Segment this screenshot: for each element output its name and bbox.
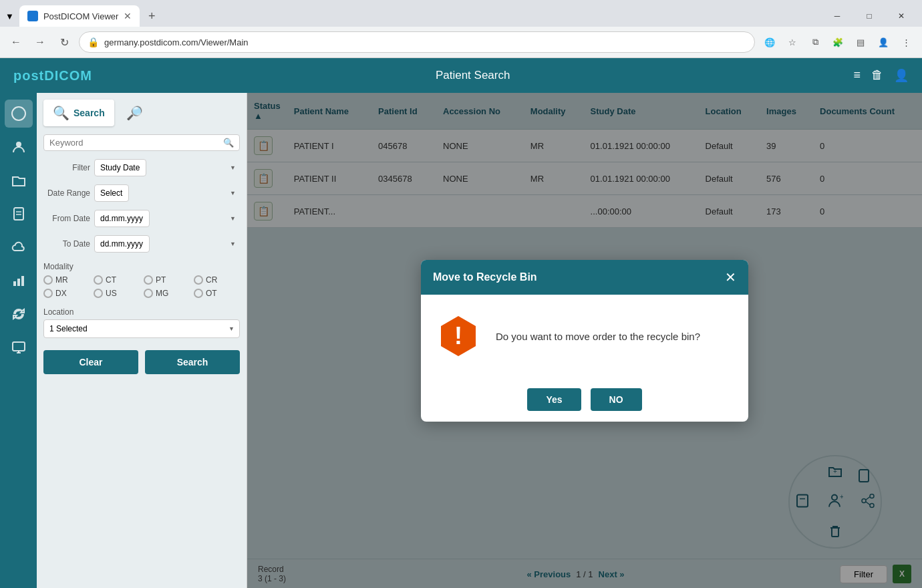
sidebar-icon-patients[interactable] [5,133,33,161]
search-panel-header: 🔍 Search 🔎 [43,100,240,126]
keyword-search-icon[interactable]: 🔍 [223,138,234,148]
browser-tab-active[interactable]: PostDICOM Viewer ✕ [19,5,140,27]
sidebar-icon-folder[interactable] [5,166,33,194]
modality-cr-label: CR [206,275,217,285]
modality-us-label: US [106,289,117,298]
sidebar-icons [0,93,37,588]
nav-actions: 🌐 ☆ ⧉ 🧩 ▤ 👤 ⋮ [760,33,915,51]
modal-no-btn[interactable]: NO [591,388,642,411]
logo-post: DICOM [44,68,92,83]
modality-pt[interactable]: PT [144,275,190,285]
minimize-btn[interactable]: ─ [822,7,853,25]
svg-rect-5 [13,281,16,286]
location-section: Location 1 Selected [43,307,240,338]
search-tab-alt-icon: 🔎 [126,105,143,121]
modality-dx[interactable]: DX [43,289,90,298]
app-logo: postDICOM [13,68,92,84]
address-bar[interactable]: 🔒 germany.postdicom.com/Viewer/Main [79,31,755,53]
tab-dropdown[interactable]: ▼ [5,11,14,21]
modality-ct[interactable]: CT [94,275,140,285]
extensions-btn[interactable]: 🧩 [828,33,847,51]
list-icon[interactable]: ≡ [853,68,861,83]
modality-ot-radio[interactable] [194,289,203,298]
modality-mg[interactable]: MG [144,289,190,298]
recycle-icon[interactable]: 🗑 [871,68,883,83]
modality-title: Modality [43,262,240,271]
modality-ot[interactable]: OT [194,289,240,298]
back-btn[interactable]: ← [7,33,25,51]
profile-btn[interactable]: 👤 [874,33,893,51]
search-panel: 🔍 Search 🔎 🔍 Filter Study Date [37,93,247,588]
filter-select-wrapper: Study Date [94,159,240,176]
modality-ot-label: OT [206,289,217,298]
search-tab-alt[interactable]: 🔎 [117,100,152,126]
sidebar-icon-home[interactable] [5,100,33,128]
close-btn[interactable]: ✕ [886,7,917,25]
search-tab-label: Search [73,108,105,118]
browser-nav: ← → ↻ 🔒 germany.postdicom.com/Viewer/Mai… [0,27,922,57]
modality-ct-radio[interactable] [94,275,103,285]
translate-btn[interactable]: 🌐 [760,33,779,51]
search-tab-main[interactable]: 🔍 Search [43,100,114,126]
new-tab-btn[interactable]: + [142,7,161,25]
header-icons: ≡ 🗑 👤 [853,68,909,83]
date-range-label: Date Range [43,188,90,198]
location-select-wrapper: 1 Selected [43,319,240,338]
location-select[interactable]: 1 Selected [43,319,240,338]
modality-us[interactable]: US [94,289,140,298]
modal-yes-btn[interactable]: Yes [527,388,581,411]
modality-pt-radio[interactable] [144,275,153,285]
app-body: 🔍 Search 🔎 🔍 Filter Study Date [0,93,922,588]
browser-chrome: ▼ PostDICOM Viewer ✕ + ─ □ ✕ ← → ↻ 🔒 ger… [0,0,922,58]
modal-overlay[interactable]: Move to Recycle Bin ✕ ! Do you want to m… [247,93,922,588]
modality-pt-label: PT [156,275,166,285]
modality-us-radio[interactable] [94,289,103,298]
modality-cr[interactable]: CR [194,275,240,285]
sidebar-icon-cloud[interactable] [5,233,33,261]
svg-rect-7 [21,276,24,286]
sidebar-icon-sync[interactable] [5,300,33,328]
modality-dx-radio[interactable] [43,289,53,298]
search-button[interactable]: Search [145,350,240,374]
maximize-btn[interactable]: □ [854,7,885,25]
modality-cr-radio[interactable] [194,275,203,285]
tab-manager-btn[interactable]: ⧉ [806,33,824,51]
sidebar-icon-monitor[interactable] [5,333,33,361]
filter-select[interactable]: Study Date [94,159,146,176]
sidebar-icon-chart[interactable] [5,267,33,295]
reload-btn[interactable]: ↻ [55,33,73,51]
modality-dx-label: DX [55,289,67,298]
url-text: germany.postdicom.com/Viewer/Main [104,37,249,47]
to-date-label: To Date [43,239,90,249]
bookmark-btn[interactable]: ☆ [783,33,802,51]
main-content: Status ▲ Patient Name Patient Id Accessi… [247,93,922,588]
svg-rect-8 [13,342,25,351]
from-date-label: From Date [43,214,90,223]
forward-btn[interactable]: → [31,33,49,51]
modality-section: Modality MR CT PT CR DX US MG OT [43,262,240,298]
sidebar-toggle-btn[interactable]: ▤ [851,33,870,51]
clear-button[interactable]: Clear [43,350,138,374]
search-tab-icon: 🔍 [53,105,69,121]
app-title: Patient Search [92,69,854,82]
modal-close-btn[interactable]: ✕ [725,269,736,285]
from-date-select[interactable]: dd.mm.yyyy [94,210,150,227]
modality-mr[interactable]: MR [43,275,90,285]
user-icon[interactable]: 👤 [894,68,909,83]
modality-mg-radio[interactable] [144,289,153,298]
search-buttons: Clear Search [43,350,240,374]
date-range-select-wrapper: Select [94,184,240,202]
date-range-select[interactable]: Select [94,184,129,202]
warning-hex-icon: ! [437,315,480,357]
modal-footer: Yes NO [421,378,748,422]
modality-mr-radio[interactable] [43,275,53,285]
tab-close-btn[interactable]: ✕ [124,11,132,21]
sidebar-icon-doc[interactable] [5,200,33,228]
to-date-select[interactable]: dd.mm.yyyy [94,235,150,253]
menu-btn[interactable]: ⋮ [897,33,915,51]
modal-body: ! Do you want to move order to the recyc… [421,295,748,378]
keyword-input[interactable] [49,138,223,148]
recycle-bin-modal: Move to Recycle Bin ✕ ! Do you want to m… [421,260,748,422]
svg-rect-6 [17,279,20,286]
modality-ct-label: CT [106,275,116,285]
